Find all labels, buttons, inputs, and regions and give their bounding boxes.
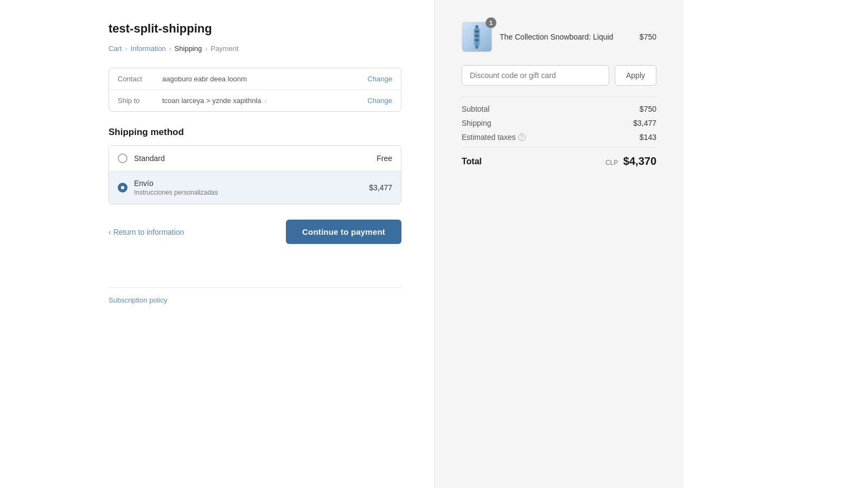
option-standard-info: Standard [134, 154, 370, 163]
sep-2: › [169, 45, 171, 53]
breadcrumb-payment: Payment [210, 44, 238, 53]
taxes-info-icon[interactable]: ? [518, 133, 526, 141]
store-title: test-split-shipping [108, 22, 401, 36]
radio-envio [118, 183, 127, 192]
shipping-options: Standard Free Envío Instrucciones person… [108, 145, 401, 204]
svg-rect-3 [475, 35, 479, 37]
option-envio-name: Envío [134, 179, 362, 188]
shipto-change[interactable]: Change [367, 97, 392, 105]
shipping-label: Shipping [462, 119, 492, 127]
sep-1: › [125, 45, 127, 53]
product-name: The Collection Snowboard: Liquid [500, 33, 632, 41]
footer-divider [108, 287, 401, 288]
shipto-value: tcoan larceya > yznde xapithnla › [162, 97, 361, 105]
contact-value: aagoburo eabr deea loonm [162, 75, 361, 83]
info-box: Contact aagoburo eabr deea loonm Change … [108, 68, 401, 112]
option-standard-name: Standard [134, 154, 370, 163]
left-footer: Subscription policy [108, 266, 401, 304]
product-image-wrap: 1 [462, 22, 492, 52]
total-divider [462, 147, 656, 147]
total-currency: CLP [605, 159, 618, 166]
total-row: Total CLP $4,370 [462, 155, 656, 168]
discount-row: Apply [462, 65, 656, 86]
subscription-policy-link[interactable]: Subscription policy [108, 296, 167, 304]
shipping-method-title: Shipping method [108, 127, 401, 138]
svg-rect-4 [475, 39, 479, 41]
total-value: CLP $4,370 [605, 155, 656, 168]
subtotal-row: Subtotal $750 [462, 105, 656, 113]
shipto-chevron: › [264, 98, 266, 104]
contact-change[interactable]: Change [367, 75, 392, 83]
shipping-row: Shipping $3,477 [462, 119, 656, 127]
radio-standard [118, 153, 127, 163]
product-price: $750 [640, 33, 656, 41]
subtotal-label: Subtotal [462, 105, 489, 113]
taxes-row: Estimated taxes ? $143 [462, 133, 656, 142]
total-amount: $4,370 [623, 155, 656, 167]
continue-button[interactable]: Continue to payment [286, 220, 401, 244]
shipping-option-standard[interactable]: Standard Free [109, 146, 401, 171]
return-label: Return to information [113, 228, 184, 236]
breadcrumb-shipping: Shipping [175, 44, 202, 53]
left-panel: test-split-shipping Cart › Information ›… [0, 0, 434, 488]
svg-rect-2 [475, 30, 479, 33]
discount-input[interactable] [462, 65, 609, 86]
taxes-label: Estimated taxes ? [462, 133, 526, 142]
breadcrumb: Cart › Information › Shipping › Payment [108, 44, 401, 53]
total-label: Total [462, 157, 482, 166]
contact-label: Contact [118, 75, 156, 83]
summary-divider [462, 97, 656, 97]
apply-button[interactable]: Apply [615, 65, 656, 86]
sep-3: › [205, 45, 207, 53]
return-chevron: ‹ [108, 228, 111, 236]
option-envio-info: Envío Instrucciones personalizadas [134, 179, 362, 196]
shipto-label: Ship to [118, 97, 156, 105]
contact-row: Contact aagoburo eabr deea loonm Change [109, 68, 401, 90]
breadcrumb-cart[interactable]: Cart [108, 44, 122, 53]
right-panel: 1 The Collection Snowboard: Liquid $750 … [434, 0, 684, 488]
shipping-value: $3,477 [633, 119, 656, 127]
option-envio-desc: Instrucciones personalizadas [134, 189, 362, 196]
shipping-option-envio[interactable]: Envío Instrucciones personalizadas $3,47… [109, 171, 401, 204]
actions: ‹ Return to information Continue to paym… [108, 220, 401, 244]
return-link[interactable]: ‹ Return to information [108, 228, 184, 236]
breadcrumb-information[interactable]: Information [131, 44, 166, 53]
product-badge: 1 [486, 17, 496, 28]
subtotal-value: $750 [640, 105, 656, 113]
option-standard-price: Free [376, 154, 392, 163]
option-envio-price: $3,477 [369, 183, 392, 192]
shipto-row: Ship to tcoan larceya > yznde xapithnla … [109, 90, 401, 111]
taxes-value: $143 [640, 133, 656, 142]
product-row: 1 The Collection Snowboard: Liquid $750 [462, 22, 656, 52]
